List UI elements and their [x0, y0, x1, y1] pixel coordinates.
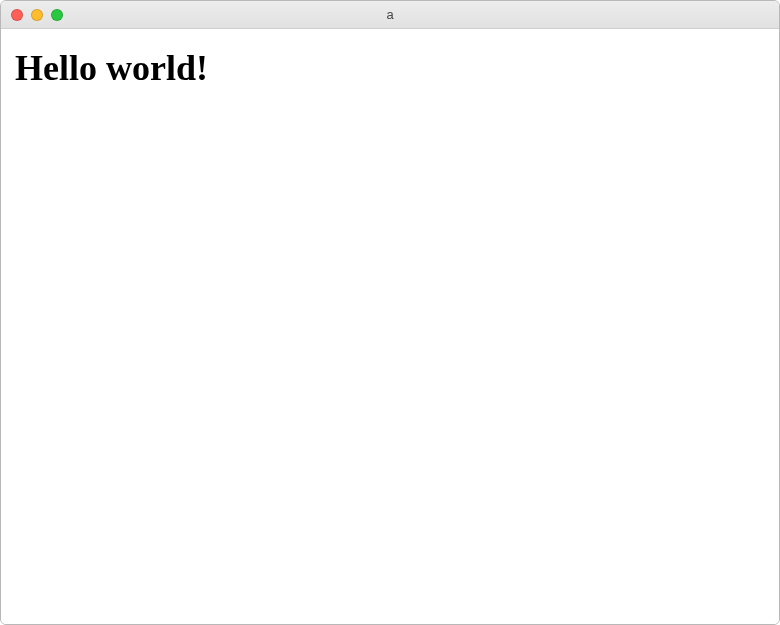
minimize-icon[interactable] — [31, 9, 43, 21]
traffic-lights — [1, 9, 63, 21]
content-area: Hello world! — [1, 29, 779, 624]
window-title: a — [1, 7, 779, 22]
app-window: a Hello world! — [0, 0, 780, 625]
titlebar[interactable]: a — [1, 1, 779, 29]
close-icon[interactable] — [11, 9, 23, 21]
page-heading: Hello world! — [15, 47, 765, 89]
maximize-icon[interactable] — [51, 9, 63, 21]
